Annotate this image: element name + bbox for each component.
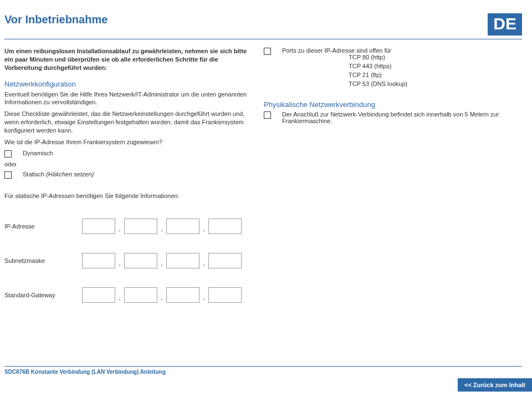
checkbox-dynamic[interactable] [4, 150, 12, 158]
label-subnet: Subnetzmaske [4, 257, 82, 264]
header-divider [4, 39, 522, 39]
port-item: TCP 21 (ftp) [349, 72, 522, 78]
ip-dot: . [115, 224, 124, 234]
ip-octet-input[interactable] [124, 219, 157, 234]
port-item: TCP 443 (https) [349, 63, 522, 69]
checkbox-physical[interactable] [264, 111, 271, 119]
ip-dot: . [157, 224, 166, 234]
ports-intro: Ports zu dieser IP-Adresse sind offen fü… [282, 47, 522, 54]
label-dynamic: Dynamisch [23, 150, 53, 156]
ports-list: TCP 80 (http) TCP 443 (https) TCP 21 (ft… [349, 54, 522, 87]
label-oder: oder [4, 161, 248, 167]
ip-octet-input[interactable] [124, 287, 157, 303]
ip-dot: . [200, 293, 208, 303]
checkbox-static[interactable] [4, 171, 12, 179]
intro-paragraph: Um einen reibungslosen Installationsabla… [4, 47, 248, 72]
back-to-contents-button[interactable]: << Zurück zum Inhalt [458, 378, 532, 392]
subnet-row: Subnetzmaske . . . [4, 253, 522, 268]
ip-octet-input[interactable] [82, 287, 115, 303]
ip-octet-input[interactable] [82, 219, 115, 234]
language-badge: DE [488, 13, 522, 35]
checkbox-ports[interactable] [264, 48, 271, 55]
ip-dot: . [157, 293, 166, 303]
ip-dot: . [115, 293, 124, 303]
netconfig-p1: Eventuell benötigen Sie die Hilfe Ihres … [4, 90, 248, 107]
ip-octet-input[interactable] [166, 253, 200, 268]
ip-dot: . [115, 258, 124, 268]
label-ip-address: IP-Adresse [4, 223, 82, 230]
footer-doc-id: SDC876B Konstante Verbindung (LAN Verbin… [4, 369, 522, 375]
netconfig-p2: Diese Checkliste gewährleistet, das die … [4, 110, 248, 135]
label-gateway: Standard-Gateway [4, 292, 82, 298]
static-info-text: Für statische IP-Adressen benötigen Sie … [4, 192, 522, 200]
ip-dot: . [200, 224, 208, 234]
netconfig-heading: Netzwerkkonfiguration [4, 80, 248, 88]
ip-question: Wie ist die IP-Adresse Ihrem Frankiersys… [4, 138, 248, 146]
ip-dot: . [157, 258, 166, 268]
ip-octet-input[interactable] [82, 253, 115, 268]
physical-heading: Physikalische Netzwerkverbindung [264, 100, 522, 109]
label-static: Statisch (Häkchen setzen) [23, 171, 94, 177]
ip-address-row: IP-Adresse . . . [4, 219, 522, 234]
port-item: TCP 53 (DNS lookup) [349, 80, 522, 87]
footer-divider [4, 366, 522, 367]
page-title: Vor Inbetriebnahme [4, 13, 108, 26]
ip-octet-input[interactable] [208, 219, 242, 234]
ip-octet-input[interactable] [124, 253, 157, 268]
ip-dot: . [200, 258, 208, 268]
gateway-row: Standard-Gateway . . . [4, 287, 522, 303]
port-item: TCP 80 (http) [349, 54, 522, 60]
ip-octet-input[interactable] [208, 287, 242, 303]
ip-octet-input[interactable] [208, 253, 242, 268]
ip-octet-input[interactable] [166, 287, 200, 303]
ip-octet-input[interactable] [166, 219, 200, 234]
physical-text: Der Anschluß zur Netzwerk-Verbindung bef… [282, 111, 522, 124]
